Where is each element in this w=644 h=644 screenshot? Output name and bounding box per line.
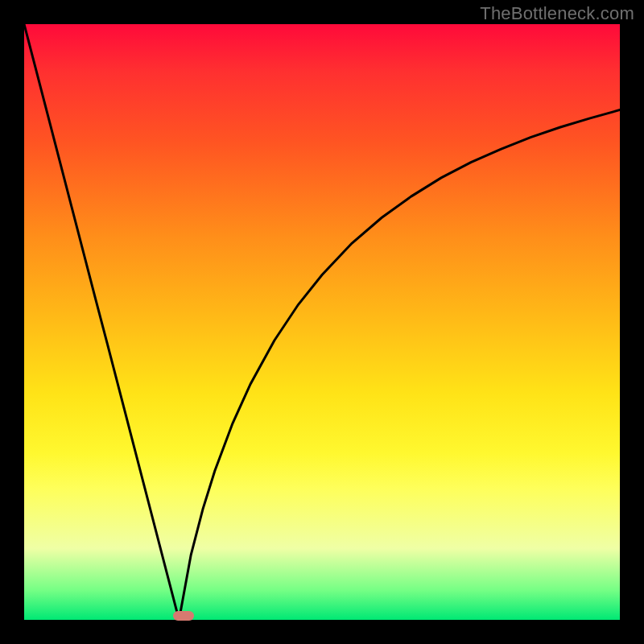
- bottleneck-curve: [24, 24, 620, 620]
- plot-area: [24, 24, 620, 620]
- optimal-marker: [173, 611, 194, 621]
- watermark-text: TheBottleneck.com: [480, 3, 634, 24]
- chart-frame: TheBottleneck.com: [0, 0, 644, 644]
